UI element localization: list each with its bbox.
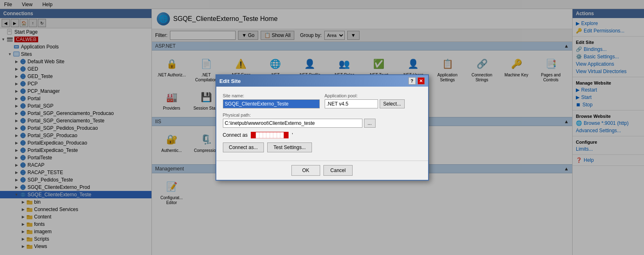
physical-path-label: Physical path:	[223, 113, 422, 117]
site-name-group: Site name:	[223, 93, 320, 108]
site-name-app-pool-row: Site name: Application pool: Select...	[223, 93, 422, 108]
modal-footer: OK Cancel	[216, 161, 428, 180]
app-pool-row: Select...	[325, 99, 422, 108]
edit-site-modal: Edit Site ? ✕ Site name: Application poo…	[215, 74, 429, 181]
physical-path-group: Physical path: ...	[223, 113, 422, 128]
modal-title: Edit Site	[220, 78, 241, 84]
modal-body: Site name: Application pool: Select... P…	[216, 87, 428, 161]
app-pool-input[interactable]	[325, 99, 378, 108]
modal-help-btn[interactable]: ?	[408, 77, 416, 85]
connect-as-row: Connect as ████████ '	[223, 132, 422, 138]
app-pool-label: Application pool:	[325, 93, 422, 98]
physical-path-input[interactable]	[223, 119, 362, 128]
connect-as-label: Connect as	[223, 132, 248, 138]
modal-overlay: Edit Site ? ✕ Site name: Application poo…	[0, 0, 644, 255]
connect-as-value: ████████	[251, 132, 289, 138]
modal-controls: ? ✕	[408, 77, 425, 85]
modal-actions: Connect as... Test Settings...	[223, 142, 422, 152]
modal-close-btn[interactable]: ✕	[417, 77, 425, 85]
browse-path-btn[interactable]: ...	[364, 119, 376, 128]
site-name-input[interactable]	[223, 99, 320, 108]
modal-titlebar: Edit Site ? ✕	[216, 75, 428, 87]
site-name-label: Site name:	[223, 93, 320, 98]
connect-as-btn[interactable]: Connect as...	[223, 142, 264, 152]
ok-btn[interactable]: OK	[291, 165, 320, 176]
cancel-btn[interactable]: Cancel	[323, 165, 353, 176]
physical-path-row: ...	[223, 119, 422, 128]
test-settings-btn[interactable]: Test Settings...	[267, 142, 312, 152]
app-pool-group: Application pool: Select...	[325, 93, 422, 108]
select-pool-btn[interactable]: Select...	[380, 99, 405, 108]
